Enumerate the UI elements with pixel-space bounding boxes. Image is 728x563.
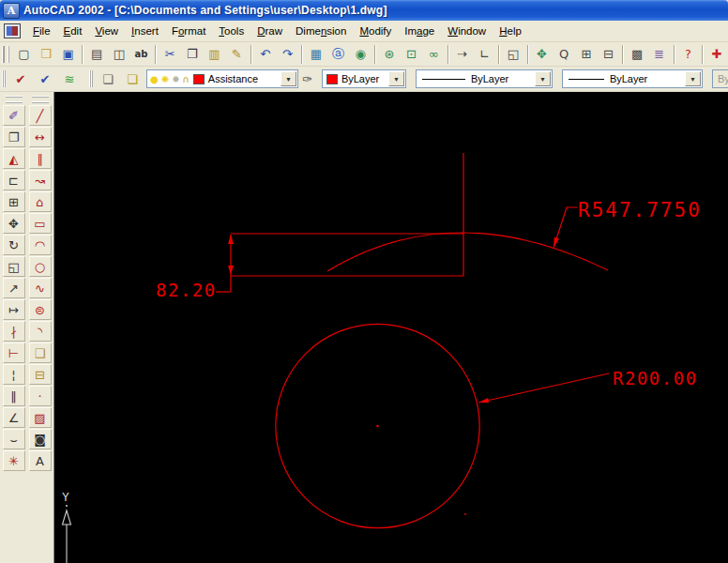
menu-modify[interactable]: Modify — [353, 23, 398, 39]
explode-button[interactable]: ✳ — [3, 450, 25, 471]
today-button[interactable]: ▦ — [306, 43, 326, 65]
circle-button[interactable]: ○ — [29, 256, 52, 277]
chevron-down-icon[interactable]: ▼ — [388, 71, 404, 86]
scale-button[interactable]: ◱ — [3, 256, 25, 277]
point-button[interactable]: · — [29, 386, 52, 406]
layer-match-button[interactable]: ✔ — [34, 68, 56, 90]
menu-draw[interactable]: Draw — [250, 23, 289, 39]
menu-file[interactable]: File — [26, 23, 57, 39]
meet-now-button[interactable]: ◉ — [350, 43, 371, 65]
save-button[interactable]: ▣ — [58, 43, 79, 65]
arc-radius-dimension[interactable]: R547.7750 — [554, 199, 702, 248]
autocad-app-icon[interactable]: A — [3, 3, 20, 19]
layer-previous-button[interactable]: ✑ — [301, 68, 313, 90]
polyline-button[interactable]: ↝ — [29, 170, 52, 190]
zoom-window-button[interactable]: ⊞ — [576, 43, 597, 65]
ellipse-button[interactable]: ⊜ — [29, 299, 52, 320]
lengthen-button[interactable]: ↦ — [3, 299, 25, 320]
plot-preview-button[interactable]: ◫ — [109, 43, 129, 65]
break-at-point-button[interactable]: ¦ — [3, 364, 25, 385]
drawing-canvas[interactable]: 82.20 R547.7750 R200.00 — [53, 92, 728, 563]
mirror-button[interactable]: ◭ — [3, 148, 25, 169]
multiline-text-button[interactable]: A — [29, 450, 52, 471]
height-dim-text[interactable]: 82.20 — [156, 280, 217, 300]
plot-button[interactable]: ▤ — [86, 43, 107, 65]
match-properties-button[interactable]: ✎ — [226, 43, 247, 65]
toolbar-grip[interactable] — [89, 70, 93, 87]
layers-dialog-button[interactable]: ❏ — [97, 68, 119, 90]
extend-button[interactable]: ⊢ — [3, 342, 25, 363]
make-object-layer-current-button[interactable]: ✔ — [9, 68, 32, 90]
title-bar[interactable]: A AutoCAD 2002 - [C:\Documents and Setti… — [0, 0, 728, 21]
temporary-tracking-button[interactable]: ⇢ — [452, 43, 473, 65]
cut-button[interactable]: ✂ — [159, 43, 180, 65]
make-block-button[interactable]: ⊟ — [29, 364, 52, 385]
ellipse-arc-button[interactable]: ◝ — [29, 321, 52, 342]
layer-freeze-icon[interactable]: ✺ — [161, 74, 169, 84]
menu-view[interactable]: View — [88, 23, 125, 39]
rectangle-button[interactable]: ▭ — [29, 213, 52, 234]
construction-line-button[interactable]: ↔ — [29, 127, 52, 147]
active-assistance-button[interactable]: ✚ — [706, 43, 727, 65]
circle-radius-dimension[interactable]: R200.00 — [478, 368, 698, 403]
chevron-down-icon[interactable]: ▼ — [535, 71, 551, 86]
layer-vp-freeze-icon[interactable]: ✹ — [172, 74, 179, 84]
menu-edit[interactable]: Edit — [57, 23, 89, 39]
copy-object-button[interactable]: ❐ — [3, 127, 25, 147]
move-button[interactable]: ✥ — [3, 213, 25, 234]
spline-button[interactable]: ∿ — [29, 278, 52, 298]
ucs-button[interactable]: ∟ — [475, 43, 495, 65]
help-button[interactable]: ? — [678, 43, 699, 65]
menu-dimension[interactable]: Dimension — [289, 23, 353, 39]
publish-to-web-button[interactable]: ⊛ — [379, 43, 400, 65]
insert-hyperlink-button[interactable]: ∞ — [423, 43, 444, 65]
chevron-down-icon[interactable]: ▼ — [281, 71, 296, 86]
menu-image[interactable]: Image — [398, 23, 441, 39]
undo-button[interactable]: ↶ — [255, 43, 276, 65]
zoom-realtime-button[interactable]: Q — [554, 43, 574, 65]
break-button[interactable]: ‖ — [3, 386, 25, 406]
menu-help[interactable]: Help — [493, 23, 528, 39]
open-button[interactable]: ❒ — [36, 43, 56, 65]
zoom-previous-button[interactable]: ⊟ — [599, 43, 619, 65]
pan-realtime-button[interactable]: ✥ — [532, 43, 553, 65]
multiline-button[interactable]: ∥ — [29, 148, 52, 169]
designcenter-button[interactable]: ▩ — [627, 43, 647, 65]
region-button[interactable]: ◙ — [29, 429, 52, 449]
layer-combo[interactable]: ●✺✹∩ Assistance ▼ — [146, 69, 298, 88]
insert-block-button[interactable]: ❑ — [29, 342, 52, 363]
circle-radius-text[interactable]: R200.00 — [613, 368, 698, 388]
paste-button[interactable]: ▥ — [205, 43, 225, 65]
copy-button[interactable]: ❐ — [182, 43, 203, 65]
circle-center-point[interactable] — [376, 425, 379, 428]
chevron-down-icon[interactable]: ▼ — [685, 71, 701, 86]
properties-button[interactable]: ≣ — [649, 43, 670, 65]
arc-entity[interactable] — [327, 233, 608, 271]
menu-tools[interactable]: Tools — [212, 23, 250, 39]
chamfer-button[interactable]: ∠ — [3, 407, 25, 428]
offset-button[interactable]: ⊏ — [3, 170, 25, 190]
line-button[interactable]: ╱ — [29, 105, 52, 126]
toolbar-grip[interactable] — [32, 96, 49, 103]
arc-radius-text[interactable]: R547.7750 — [578, 199, 702, 221]
layer-manager-button[interactable]: ≋ — [58, 68, 81, 90]
find-and-replace-button[interactable]: ab — [131, 43, 152, 65]
menu-window[interactable]: Window — [441, 23, 493, 39]
menu-insert[interactable]: Insert — [125, 23, 165, 39]
erase-button[interactable]: ✐ — [3, 105, 25, 126]
polygon-button[interactable]: ⌂ — [29, 191, 52, 212]
linetype-combo[interactable]: ByLayer ▼ — [416, 69, 553, 88]
rotate-button[interactable]: ↻ — [3, 235, 25, 255]
redo-button[interactable]: ↷ — [278, 43, 298, 65]
named-views-button[interactable]: ◱ — [503, 43, 523, 65]
fillet-button[interactable]: ⌣ — [3, 429, 25, 449]
new-button[interactable]: ▢ — [13, 43, 34, 65]
height-dimension[interactable]: 82.20 — [156, 235, 234, 300]
hatch-button[interactable]: ▨ — [29, 407, 52, 428]
etransmit-button[interactable]: ⊡ — [402, 43, 422, 65]
toolbar-grip[interactable] — [6, 96, 23, 103]
menu-format[interactable]: Format — [165, 23, 212, 39]
layer-on-icon[interactable]: ● — [150, 74, 159, 84]
toolbar-grip[interactable] — [2, 46, 9, 63]
arc-button[interactable]: ◠ — [29, 235, 52, 255]
